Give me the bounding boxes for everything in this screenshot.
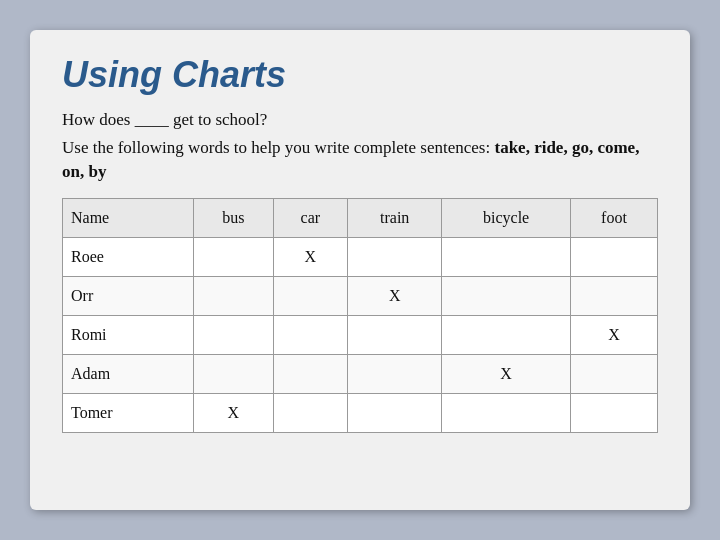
table-row: RoeeX [63, 237, 658, 276]
cell-tomer-train [348, 393, 442, 432]
instruction-text: Use the following words to help you writ… [62, 136, 658, 184]
cell-roee-name: Roee [63, 237, 194, 276]
cell-orr-name: Orr [63, 276, 194, 315]
cell-adam-foot [570, 354, 657, 393]
cell-roee-car: X [273, 237, 347, 276]
table-header-row: Name bus car train bicycle foot [63, 198, 658, 237]
col-header-name: Name [63, 198, 194, 237]
cell-tomer-foot [570, 393, 657, 432]
cell-orr-car [273, 276, 347, 315]
instruction-prefix: Use the following words to help you writ… [62, 138, 494, 157]
cell-adam-bicycle: X [442, 354, 571, 393]
cell-romi-bus [193, 315, 273, 354]
col-header-bus: bus [193, 198, 273, 237]
cell-roee-bicycle [442, 237, 571, 276]
cell-tomer-bus: X [193, 393, 273, 432]
table-row: OrrX [63, 276, 658, 315]
col-header-foot: foot [570, 198, 657, 237]
cell-roee-foot [570, 237, 657, 276]
cell-adam-car [273, 354, 347, 393]
slide: Using Charts How does ____ get to school… [30, 30, 690, 510]
cell-romi-train [348, 315, 442, 354]
cell-romi-foot: X [570, 315, 657, 354]
cell-roee-bus [193, 237, 273, 276]
table-row: AdamX [63, 354, 658, 393]
cell-romi-name: Romi [63, 315, 194, 354]
chart-table: Name bus car train bicycle foot RoeeXOrr… [62, 198, 658, 433]
cell-orr-foot [570, 276, 657, 315]
cell-orr-train: X [348, 276, 442, 315]
cell-adam-name: Adam [63, 354, 194, 393]
cell-orr-bus [193, 276, 273, 315]
cell-romi-bicycle [442, 315, 571, 354]
cell-tomer-name: Tomer [63, 393, 194, 432]
cell-adam-bus [193, 354, 273, 393]
col-header-bicycle: bicycle [442, 198, 571, 237]
col-header-car: car [273, 198, 347, 237]
question-text: How does ____ get to school? [62, 110, 658, 130]
cell-roee-train [348, 237, 442, 276]
cell-tomer-car [273, 393, 347, 432]
col-header-train: train [348, 198, 442, 237]
cell-orr-bicycle [442, 276, 571, 315]
table-row: TomerX [63, 393, 658, 432]
page-title: Using Charts [62, 54, 658, 96]
cell-adam-train [348, 354, 442, 393]
table-row: RomiX [63, 315, 658, 354]
cell-romi-car [273, 315, 347, 354]
cell-tomer-bicycle [442, 393, 571, 432]
